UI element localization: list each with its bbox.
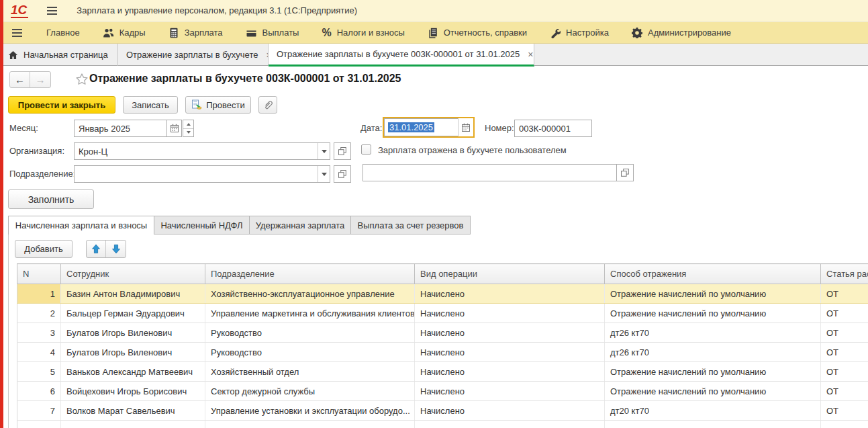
menu-item-administration[interactable]: Администрирование [620,22,742,43]
fill-button[interactable]: Заполнить [8,189,94,209]
organization-dropdown-icon[interactable] [318,143,330,159]
attachments-button[interactable] [258,96,277,114]
date-field[interactable]: 31.01.2025 [384,118,458,136]
cell-n[interactable]: 4 [17,343,61,362]
cell-employee[interactable]: Базин Антон Владимирович [61,284,205,304]
menu-item-main[interactable]: Главное [35,22,91,43]
department-open-button[interactable] [334,165,351,183]
table-row[interactable]: 1 Базин Антон Владимирович Хозяйственно-… [17,284,868,304]
month-stepper[interactable] [183,120,194,137]
post-and-close-button[interactable]: Провести и закрыть [8,96,115,114]
organization-open-button[interactable] [334,142,351,160]
tab-withheld-salary[interactable]: Удержанная зарплата [250,216,351,234]
cell-department[interactable]: Сектор дежурной службы [205,382,415,401]
tab-reflection-document[interactable]: Отражение зарплаты в бухучете 003К-00000… [269,44,534,67]
menu-item-personnel[interactable]: Кадры [91,22,157,43]
cell-employee[interactable]: Булатов Игорь Виленович [61,323,205,343]
tab-close-icon[interactable]: × [528,49,533,60]
month-calendar-button[interactable] [166,120,182,137]
comment-field[interactable] [363,164,618,181]
cell-department[interactable]: Хозяйственно-эксплуатационное управление [205,284,415,304]
cell-expense-item[interactable]: ОТ [821,382,868,401]
col-header-expense-item[interactable]: Статья расх [821,264,868,284]
cell-method[interactable]: Отражение начислений по умолчанию [605,362,821,382]
cell-employee[interactable]: Бальцер Герман Эдуардович [61,304,205,323]
cell-method[interactable]: дт20 кт70 [605,401,821,421]
tab-home-page[interactable]: Начальная страница [0,44,118,66]
menu-item-payments[interactable]: Выплаты [234,22,311,43]
cell-operation[interactable]: Начислено [415,382,605,401]
cell-n[interactable]: 5 [17,362,61,382]
cell-n[interactable]: 3 [17,323,61,343]
cell-expense-item[interactable]: ОТ [821,323,868,343]
cell-operation[interactable]: Начислено [415,323,605,343]
cell-department[interactable]: Управление установки и эксплуатации обор… [205,401,415,421]
cell-n[interactable]: 1 [17,284,61,304]
table-row[interactable]: 4 Булатов Игорь Виленович Руководство На… [17,343,868,362]
table-row[interactable]: 5 Ваньков Александр Матвеевич Хозяйствен… [17,362,868,382]
cell-n[interactable]: 6 [17,382,61,401]
cell-expense-item[interactable]: ОТ [821,284,868,304]
month-field[interactable]: Январь 2025 [74,120,168,137]
tab-reserve-payment[interactable]: Выплата за счет резервов [351,216,471,234]
table-row[interactable]: 2 Бальцер Герман Эдуардович Управление м… [17,304,868,323]
col-header-n[interactable]: N [17,264,61,284]
table-row[interactable]: 3 Булатов Игорь Виленович Руководство На… [17,323,868,343]
add-row-button[interactable]: Добавить [15,240,73,258]
menu-item-salary[interactable]: Зарплата [157,22,234,43]
cell-method[interactable]: Отражение начислений по умолчанию [605,382,821,401]
table-row[interactable]: 7 Волков Марат Савельевич Управление уст… [17,401,868,421]
department-field[interactable] [74,165,330,183]
comment-open-button[interactable] [616,164,634,181]
menu-item-settings[interactable]: Настройка [538,22,620,43]
cell-employee[interactable]: Ваньков Александр Матвеевич [61,362,205,382]
cell-employee[interactable]: Волков Марат Савельевич [61,401,205,421]
forward-button[interactable]: → [30,72,50,87]
department-dropdown-icon[interactable] [318,166,330,182]
cell-n[interactable]: 7 [17,401,61,421]
cell-operation[interactable]: Начислено [415,304,605,323]
cell-expense-item[interactable]: ОТ [821,343,868,362]
cell-department[interactable]: Управление маркетинга и обслуживания кли… [205,304,415,323]
cell-operation[interactable]: Начислено [415,284,605,304]
cell-expense-item[interactable]: ОТ [821,304,868,323]
cell-department[interactable]: Руководство [205,343,415,362]
cell-operation[interactable]: Начислено [415,343,605,362]
favorite-star-icon[interactable] [75,73,89,86]
back-button[interactable]: ← [10,72,30,87]
cell-method[interactable]: Отражение начислений по умолчанию [605,284,821,304]
col-header-operation[interactable]: Вид операции [415,264,605,284]
step-down-icon[interactable] [183,129,193,137]
cell-n[interactable]: 2 [17,304,61,323]
cell-employee[interactable]: Войцехович Игорь Борисович [61,382,205,401]
cell-operation[interactable]: Начислено [415,401,605,421]
post-button[interactable]: Провести [185,96,251,114]
cell-employee[interactable]: Булатов Игорь Виленович [61,343,205,362]
cell-expense-item[interactable]: ОТ [821,362,868,382]
tab-reflection-list[interactable]: Отражение зарплаты в бухучете × [118,44,269,66]
number-field[interactable]: 003К-000001 [514,120,592,137]
menu-item-reports[interactable]: Отчетность, справки [416,22,538,43]
cell-department[interactable]: Хозяйственный отдел [205,362,415,382]
cell-method[interactable]: дт26 кт70 [605,323,821,343]
col-header-method[interactable]: Способ отражения [605,264,821,284]
col-header-employee[interactable]: Сотрудник [61,264,205,284]
move-row-down-button[interactable] [106,241,126,257]
organization-field[interactable]: Крон-Ц [74,142,330,160]
tab-accrued-ndfl[interactable]: Начисленный НДФЛ [154,216,250,234]
move-row-up-button[interactable] [87,241,106,257]
write-button[interactable]: Записать [123,96,178,114]
date-calendar-button[interactable] [458,118,473,136]
cell-method[interactable]: Отражение начислений по умолчанию [605,304,821,323]
tab-accrued-salary[interactable]: Начисленная зарплата и взносы [8,216,154,234]
step-up-icon[interactable] [183,120,193,129]
main-menu-button[interactable] [43,2,60,19]
col-header-department[interactable]: Подразделение [205,264,415,284]
table-row[interactable]: 6 Войцехович Игорь Борисович Сектор дежу… [17,382,868,401]
user-reflected-checkbox[interactable] [361,144,371,155]
cell-expense-item[interactable]: ОТ [821,401,868,421]
functions-menu-button[interactable] [8,24,26,42]
cell-method[interactable]: дт26 кт70 [605,343,821,362]
cell-operation[interactable]: Начислено [415,362,605,382]
cell-department[interactable]: Руководство [205,323,415,343]
